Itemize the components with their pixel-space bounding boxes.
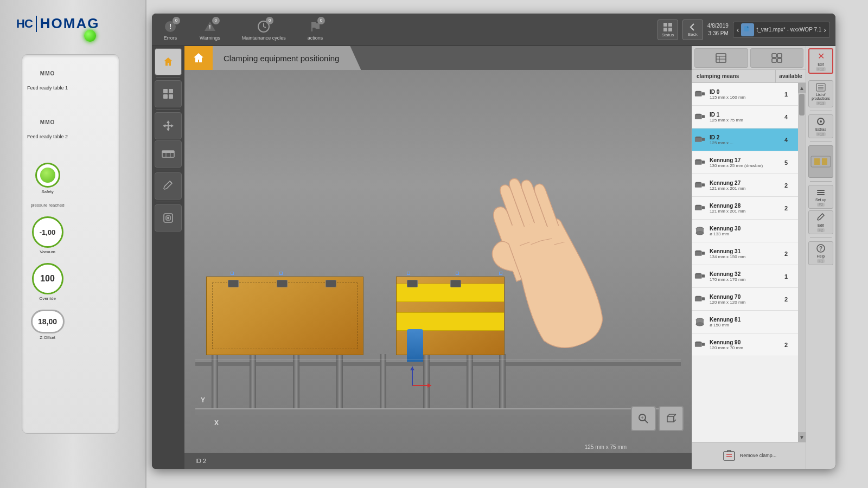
clamp-name-5: Kennung 28 — [710, 203, 774, 209]
edit-key: F2 — [817, 228, 825, 232]
clamp-size-10: ø 150 mm — [710, 323, 774, 328]
safety-group: Safety — [35, 163, 60, 194]
clamping-item-5[interactable]: Kennung 28121 mm x 201 mm2 — [692, 197, 798, 220]
left-nav-panel — [152, 46, 184, 469]
clamp-size-11: 120 mm x 70 mm — [710, 345, 774, 350]
maintenance-group[interactable]: 0 Maintainance cycles — [237, 17, 291, 43]
func-list-btn[interactable]: List of productions F13 — [808, 80, 833, 107]
toggle-btn-table[interactable] — [694, 48, 748, 68]
func-edit-btn[interactable]: Edit F2 — [808, 210, 833, 234]
svg-rect-43 — [702, 138, 705, 140]
clamp-icon-10 — [692, 315, 707, 329]
page-title: Clamping equipment positioning — [213, 46, 361, 70]
maintenance-label: Maintainance cycles — [242, 35, 286, 41]
errors-label: Errors — [164, 35, 177, 41]
date-time: 4/8/2019 3:36 PM — [707, 22, 729, 37]
back-button[interactable]: Back — [682, 20, 703, 40]
clamp-avail-7: 2 — [776, 251, 798, 257]
svg-rect-34 — [772, 59, 776, 62]
clamp-size-8: 170 mm x 170 mm — [710, 277, 774, 282]
file-icon — [741, 23, 754, 36]
clamp-size-7: 134 mm x 150 mm — [710, 254, 774, 259]
clamping-item-0[interactable]: ID 0115 mm x 160 mm1 — [692, 83, 798, 106]
clamping-item-9[interactable]: Kennung 70120 mm x 120 mm2 — [692, 288, 798, 311]
status-button[interactable]: Status — [658, 20, 678, 40]
nav-home-btn[interactable] — [155, 48, 182, 75]
clamping-item-2[interactable]: ID 2125 mm x ...4 — [692, 129, 798, 151]
clamp-name-3: Kennung 17 — [710, 157, 774, 163]
clamp-icon-1 — [692, 111, 707, 124]
nav-encoder-btn[interactable] — [155, 204, 182, 232]
time-display: 3:36 PM — [707, 30, 729, 37]
clamping-item-1[interactable]: ID 1125 mm x 75 mm4 — [692, 106, 798, 129]
clamp-name-11: Kennung 90 — [710, 339, 774, 345]
view-cube-btn[interactable] — [659, 406, 684, 431]
warnings-group[interactable]: ! 0 Warnings — [194, 17, 226, 43]
func-sep-2 — [810, 142, 832, 142]
monitor: ! 0 Errors ! 0 Warnings — [152, 14, 835, 469]
func-extras-btn[interactable]: Extras F10 — [808, 114, 833, 138]
errors-badge: 0 — [173, 17, 180, 24]
svg-rect-59 — [696, 250, 701, 252]
svg-rect-6 — [663, 28, 667, 31]
scroll-up-btn[interactable]: ▲ — [798, 83, 806, 93]
clamp-avail-3: 5 — [776, 159, 798, 166]
column-8 — [499, 354, 506, 408]
nav-sep-3 — [156, 170, 180, 170]
nav-grid-btn[interactable] — [155, 80, 182, 107]
actions-group[interactable]: 0 actions — [302, 17, 329, 43]
func-exit-btn[interactable]: ✕ Exit F12 — [808, 48, 833, 74]
clamp-name-2: ID 2 — [710, 134, 774, 140]
logo-divider — [36, 16, 37, 32]
scroll-down-btn[interactable]: ▼ — [798, 432, 806, 442]
nav-pencil-btn[interactable] — [155, 172, 182, 200]
nav-move-btn[interactable] — [155, 112, 182, 139]
clamp-info-5: Kennung 28121 mm x 201 mm — [707, 202, 776, 215]
coord-arrows — [407, 364, 434, 393]
svg-rect-9 — [163, 89, 168, 93]
errors-group[interactable]: ! 0 Errors — [157, 17, 183, 43]
scroll-thumb[interactable] — [799, 94, 805, 115]
nav-next-arrow[interactable]: › — [824, 25, 826, 34]
svg-rect-41 — [696, 113, 701, 115]
clamping-item-4[interactable]: Kennung 27121 mm x 201 mm2 — [692, 174, 798, 197]
point-marker-3 — [407, 272, 410, 275]
view-search-btn[interactable]: + — [631, 406, 656, 431]
toolbar: ! 0 Errors ! 0 Warnings — [152, 14, 835, 46]
help-label: Help — [817, 254, 825, 258]
svg-rect-12 — [169, 94, 173, 99]
remove-clamp-btn[interactable]: Remove clamp... — [692, 442, 806, 469]
page-title-bar: Clamping equipment positioning — [184, 46, 692, 70]
func-help-btn[interactable]: ? Help F1 — [808, 241, 833, 265]
header-available: available — [776, 70, 806, 82]
list-key: F13 — [816, 101, 826, 105]
zoffset-value: 18,00 — [31, 310, 65, 333]
clamp-icon-2 — [692, 133, 707, 146]
clamp-info-4: Kennung 27121 mm x 201 mm — [707, 179, 776, 192]
front-rail — [195, 408, 681, 415]
nav-table-btn[interactable] — [155, 140, 182, 168]
svg-rect-71 — [696, 341, 701, 343]
clamp-top-1 — [228, 280, 239, 287]
back-rail — [195, 361, 681, 366]
clamping-item-8[interactable]: Kennung 32170 mm x 170 mm1 — [692, 265, 798, 288]
func-setup-btn[interactable]: Set up F2 — [808, 185, 833, 209]
toggle-btn-grid[interactable] — [750, 48, 804, 68]
clamp-top-3 — [326, 280, 336, 287]
clamping-item-7[interactable]: Kennung 31134 mm x 150 mm2 — [692, 242, 798, 265]
clamp-name-1: ID 1 — [710, 112, 774, 118]
clamp-top-5 — [450, 280, 461, 287]
viewport-3d[interactable]: X Y + — [184, 70, 692, 453]
clamping-item-6[interactable]: Kennung 30ø 133 mm — [692, 220, 798, 242]
clamp-top-4 — [407, 280, 418, 287]
clamping-item-11[interactable]: Kennung 90120 mm x 70 mm2 — [692, 333, 798, 356]
clamping-item-10[interactable]: Kennung 81ø 150 mm — [692, 311, 798, 333]
clamp-avail-4: 2 — [776, 182, 798, 189]
svg-rect-82 — [817, 192, 825, 193]
nav-prev-arrow[interactable]: ‹ — [737, 25, 739, 34]
feed-ready-1-label: Feed ready table 1 — [27, 85, 68, 91]
file-nav: ‹ t_var1.mpx* - wxxWOP 7.1 › — [733, 22, 830, 38]
exit-label: Exit — [818, 62, 824, 66]
clamping-item-3[interactable]: Kennung 17130 mm x 25 mm (drawbar)5 — [692, 151, 798, 174]
viewport-home-btn[interactable] — [184, 46, 213, 70]
